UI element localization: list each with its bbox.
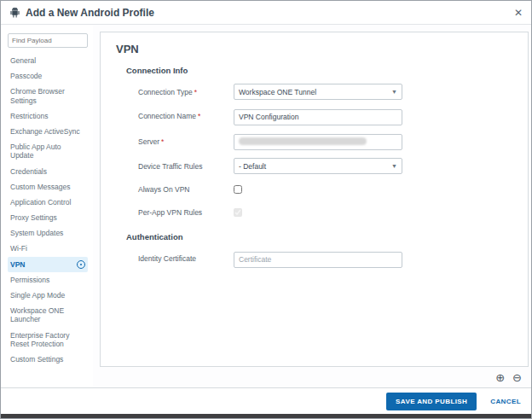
dialog-header: Add a New Android Profile ✕ bbox=[1, 1, 531, 25]
sidebar-nav: GeneralPasscodeChrome Browser SettingsRe… bbox=[8, 53, 88, 367]
sidebar-item-label: Proxy Settings bbox=[10, 213, 85, 222]
android-icon bbox=[9, 7, 20, 18]
sidebar-item-exchange-activesync[interactable]: Exchange ActiveSync bbox=[8, 124, 88, 139]
chevron-down-icon: ▼ bbox=[391, 163, 397, 169]
sidebar-item-label: VPN bbox=[10, 260, 74, 269]
dialog-footer: SAVE AND PUBLISH CANCEL bbox=[1, 387, 531, 414]
server-label: Server* bbox=[138, 137, 234, 146]
per-app-vpn-checkbox[interactable] bbox=[234, 208, 242, 217]
sidebar-item-label: Custom Settings bbox=[10, 355, 85, 364]
required-asterisk: * bbox=[161, 137, 164, 146]
sidebar-item-label: Passcode bbox=[10, 72, 85, 80]
sidebar-item-label: Permissions bbox=[10, 276, 85, 284]
zoom-out-icon[interactable]: ⊖ bbox=[512, 372, 522, 383]
zoom-in-icon[interactable]: ⊕ bbox=[495, 372, 505, 383]
chevron-down-icon: ▼ bbox=[391, 89, 397, 95]
sidebar-item-restrictions[interactable]: Restrictions bbox=[8, 108, 88, 124]
always-on-vpn-checkbox[interactable] bbox=[234, 185, 242, 194]
close-icon[interactable]: ✕ bbox=[514, 8, 523, 18]
required-asterisk: * bbox=[198, 112, 200, 120]
dialog-body: GeneralPasscodeChrome Browser SettingsRe… bbox=[1, 25, 531, 387]
connection-name-input[interactable] bbox=[234, 109, 402, 125]
add-android-profile-dialog: Add a New Android Profile ✕ GeneralPassc… bbox=[0, 0, 532, 419]
server-value-redacted bbox=[239, 137, 367, 145]
sidebar-item-label: System Updates bbox=[10, 229, 85, 237]
sidebar-item-label: Public App Auto Update bbox=[10, 143, 85, 160]
device-traffic-rules-label: Device Traffic Rules bbox=[138, 162, 234, 171]
sidebar-item-workspace-one-launcher[interactable]: Workspace ONE Launcher bbox=[8, 303, 88, 327]
connection-type-row: Connection Type* Workspace ONE Tunnel ▼ bbox=[138, 84, 512, 100]
sidebar-item-label: Exchange ActiveSync bbox=[10, 127, 85, 136]
identity-certificate-input[interactable] bbox=[234, 252, 402, 268]
find-payload-input[interactable] bbox=[8, 33, 88, 48]
server-row: Server* bbox=[138, 133, 512, 151]
device-traffic-rules-row: Device Traffic Rules - Default ▼ bbox=[138, 158, 512, 174]
sidebar-item-label: Credentials bbox=[10, 167, 85, 176]
sidebar-item-chrome-browser-settings[interactable]: Chrome Browser Settings bbox=[8, 84, 88, 108]
sidebar-item-label: Wi-Fi bbox=[10, 244, 85, 253]
always-on-vpn-label: Always On VPN bbox=[138, 185, 234, 194]
sidebar-item-proxy-settings[interactable]: Proxy Settings bbox=[8, 210, 88, 225]
dialog-title: Add a New Android Profile bbox=[26, 7, 154, 19]
device-traffic-rules-select[interactable]: - Default ▼ bbox=[234, 158, 402, 174]
sidebar-item-application-control[interactable]: Application Control bbox=[8, 195, 88, 210]
connection-type-label: Connection Type* bbox=[138, 88, 234, 96]
connection-name-label: Connection Name* bbox=[138, 112, 234, 120]
sidebar-item-label: Custom Messages bbox=[10, 183, 85, 191]
required-asterisk: * bbox=[194, 88, 197, 96]
per-app-vpn-row: Per-App VPN Rules bbox=[138, 205, 512, 220]
sidebar-item-custom-settings[interactable]: Custom Settings bbox=[8, 352, 88, 367]
sidebar-item-enterprise-factory-reset-protection[interactable]: Enterprise Factory Reset Protection bbox=[8, 328, 88, 352]
sidebar-item-custom-messages[interactable]: Custom Messages bbox=[8, 179, 88, 195]
sidebar-item-label: General bbox=[10, 56, 85, 65]
window-bottom-edge bbox=[1, 414, 531, 418]
connection-type-select[interactable]: Workspace ONE Tunnel ▼ bbox=[234, 84, 402, 100]
sidebar-item-single-app-mode[interactable]: Single App Mode bbox=[8, 288, 88, 303]
sidebar-item-passcode[interactable]: Passcode bbox=[8, 68, 88, 84]
sidebar-item-permissions[interactable]: Permissions bbox=[8, 272, 88, 288]
sidebar-item-label: Restrictions bbox=[10, 112, 85, 120]
connection-name-row: Connection Name* bbox=[138, 108, 512, 125]
main-panel: VPN Connection Info Connection Type* Wor… bbox=[93, 25, 531, 387]
sidebar-item-label: Enterprise Factory Reset Protection bbox=[10, 331, 85, 348]
sidebar-item-credentials[interactable]: Credentials bbox=[8, 164, 88, 179]
sidebar-item-public-app-auto-update[interactable]: Public App Auto Update bbox=[8, 139, 88, 163]
configured-badge-icon bbox=[77, 260, 85, 269]
always-on-vpn-row: Always On VPN bbox=[138, 182, 512, 197]
sidebar-item-vpn[interactable]: VPN bbox=[8, 257, 88, 272]
identity-certificate-row: Identity Certificate bbox=[138, 250, 512, 268]
per-app-vpn-label: Per-App VPN Rules bbox=[138, 208, 234, 217]
zoom-controls: ⊕ ⊖ bbox=[100, 367, 529, 387]
cancel-button[interactable]: CANCEL bbox=[490, 398, 521, 405]
section-connection-info: Connection Info bbox=[126, 66, 512, 75]
payload-sidebar: GeneralPasscodeChrome Browser SettingsRe… bbox=[1, 25, 93, 387]
sidebar-item-label: Workspace ONE Launcher bbox=[10, 306, 85, 323]
save-and-publish-button[interactable]: SAVE AND PUBLISH bbox=[386, 393, 477, 410]
payload-title: VPN bbox=[116, 43, 512, 55]
sidebar-item-label: Chrome Browser Settings bbox=[10, 87, 85, 104]
sidebar-item-general[interactable]: General bbox=[8, 53, 88, 68]
sidebar-item-label: Single App Mode bbox=[10, 291, 85, 300]
identity-certificate-label: Identity Certificate bbox=[138, 254, 234, 263]
sidebar-item-wi-fi[interactable]: Wi-Fi bbox=[8, 241, 88, 256]
vpn-payload-card: VPN Connection Info Connection Type* Wor… bbox=[100, 32, 529, 367]
section-authentication: Authentication bbox=[126, 232, 512, 242]
sidebar-item-label: Application Control bbox=[10, 198, 85, 207]
sidebar-item-system-updates[interactable]: System Updates bbox=[8, 225, 88, 241]
